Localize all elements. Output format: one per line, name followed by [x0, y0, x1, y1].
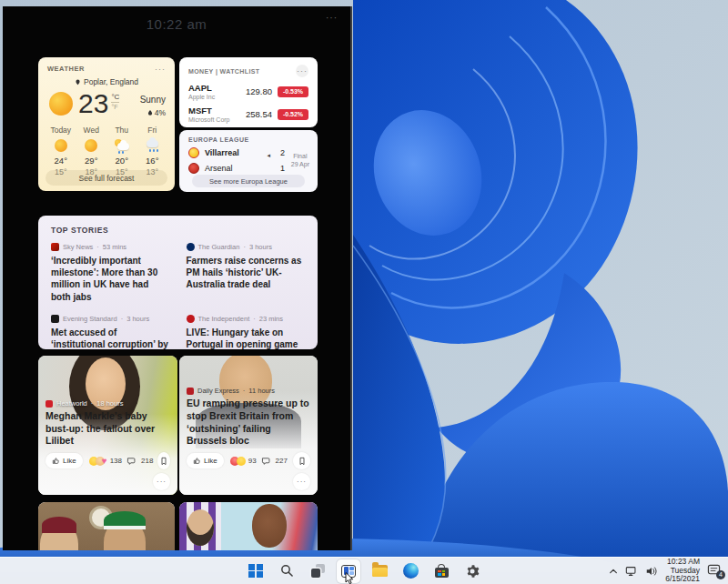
unit-toggle[interactable]: °C °F — [111, 93, 119, 110]
see-full-forecast-button[interactable]: See full forecast — [46, 170, 167, 186]
story-headline[interactable]: Met accused of ‘institutional corruption… — [51, 327, 170, 349]
file-explorer-button[interactable] — [368, 559, 391, 583]
sun-showers-icon — [115, 139, 129, 152]
weather-widget[interactable]: WEATHER ··· Poplar, England 23 °C °F Sun… — [38, 57, 175, 191]
start-button[interactable] — [244, 559, 268, 583]
arsenal-crest-icon — [188, 163, 199, 174]
story-headline[interactable]: ‘Incredibly important milestone’: More t… — [51, 255, 170, 303]
search-button[interactable] — [275, 559, 298, 583]
forecast-day: Thu — [106, 126, 137, 135]
story-item[interactable]: The Guardian · 3 hours Farmers raise con… — [187, 243, 306, 303]
laugh-emoji-icon — [237, 457, 246, 466]
news-card-eu[interactable]: Daily Express · 11 hours EU ramping pres… — [179, 356, 318, 495]
stock-symbol: MSFT — [188, 106, 230, 116]
news-headline[interactable]: EU ramping pressure up to stop Brexit Br… — [187, 398, 310, 448]
current-temp: 23 — [78, 88, 108, 119]
comment-count: 218 — [141, 457, 153, 465]
save-button[interactable] — [293, 452, 310, 469]
story-headline[interactable]: LIVE: Hungary take on Portugal in openin… — [187, 327, 306, 349]
weather-title: WEATHER — [47, 65, 85, 73]
like-button[interactable]: Like — [46, 453, 83, 468]
widgets-button[interactable] — [337, 559, 360, 583]
reaction-emojis[interactable]: 93 — [230, 457, 257, 466]
network-button[interactable] — [625, 566, 638, 577]
winner-marker-icon: ◂ — [267, 152, 270, 159]
away-team: Arsenal — [205, 164, 233, 173]
money-menu-button[interactable]: ··· — [296, 65, 308, 77]
sunny-icon — [85, 139, 97, 152]
away-score: 1 — [280, 164, 285, 173]
system-tray: 10:23 AM Tuesday 6/15/2021 4 — [609, 558, 723, 584]
story-headline[interactable]: Farmers raise concerns as PM hails ‘hist… — [187, 255, 306, 291]
like-button[interactable]: Like — [187, 453, 224, 468]
unit-fahrenheit[interactable]: °F — [111, 103, 119, 110]
settings-button[interactable] — [460, 559, 484, 583]
precip-label: 4% — [155, 108, 166, 117]
task-view-icon — [311, 564, 325, 578]
ellipsis-icon: ··· — [297, 479, 307, 485]
panel-menu-icon[interactable]: ··· — [326, 13, 338, 23]
unit-celsius[interactable]: °C — [111, 93, 119, 103]
top-stories-title: TOP STORIES — [38, 216, 318, 235]
ellipsis-icon: ··· — [157, 479, 167, 485]
news-source: Heatworld — [56, 399, 87, 408]
notification-center-button[interactable]: 4 — [707, 564, 723, 579]
story-item[interactable]: The Independent · 23 mins LIVE: Hungary … — [187, 315, 306, 349]
news-card-cropped[interactable] — [179, 502, 318, 550]
card-more-button[interactable]: ··· — [293, 473, 310, 490]
news-source: Daily Express — [197, 387, 239, 395]
match-info: Final 29 Apr — [291, 152, 309, 168]
europa-league-widget[interactable]: EUROPA LEAGUE Villarreal 2 Arsenal 1 ◂ F… — [179, 130, 318, 192]
forecast-high: 20° — [106, 156, 137, 166]
ellipsis-icon: ··· — [297, 68, 308, 74]
news-headline[interactable]: Meghan Markle’s baby bust-up: the fallou… — [46, 410, 170, 448]
comment-icon — [261, 457, 270, 466]
stock-row[interactable]: MSFT Microsoft Corp 258.54 -0.52% — [179, 106, 318, 123]
sky-news-logo-icon — [51, 243, 59, 251]
story-time: 53 mins — [103, 243, 126, 251]
money-title: MONEY | WATCHLIST — [188, 68, 260, 75]
news-photo — [38, 502, 175, 550]
stock-name: Microsoft Corp — [188, 116, 230, 123]
store-button[interactable] — [430, 559, 453, 583]
tray-overflow-button[interactable] — [609, 568, 618, 575]
card-more-button[interactable]: ··· — [153, 473, 170, 490]
volume-button[interactable] — [645, 566, 658, 577]
money-widget[interactable]: MONEY | WATCHLIST ··· AAPL Apple Inc 129… — [179, 57, 318, 127]
evening-standard-logo-icon — [51, 315, 59, 323]
story-item[interactable]: Evening Standard · 3 hours Met accused o… — [51, 315, 170, 349]
news-card-meghan[interactable]: Heatworld · 18 hours Meghan Markle’s bab… — [38, 356, 177, 495]
comments-button[interactable]: 227 — [261, 457, 288, 466]
save-button[interactable] — [157, 452, 170, 469]
reaction-count: 138 — [110, 457, 122, 465]
story-item[interactable]: Sky News · 53 mins ‘Incredibly important… — [51, 243, 170, 303]
comment-icon — [126, 457, 136, 466]
mouse-cursor-icon — [345, 572, 354, 584]
stock-row[interactable]: AAPL Apple Inc 129.80 -0.53% — [179, 83, 318, 100]
location-pin-icon — [75, 78, 81, 86]
story-time: 23 mins — [259, 315, 283, 323]
match-status: Final — [291, 152, 309, 160]
weather-location[interactable]: Poplar, England — [38, 77, 175, 86]
forecast-high: 29° — [76, 156, 107, 166]
forecast-high: 16° — [137, 156, 168, 166]
news-card-cropped[interactable] — [38, 502, 175, 550]
sunny-icon — [55, 139, 67, 152]
story-source: The Independent — [198, 315, 250, 323]
thumbs-up-icon — [193, 457, 201, 465]
see-more-europa-button[interactable]: See more Europa League — [192, 175, 305, 187]
chevron-up-icon — [609, 568, 618, 575]
comments-button[interactable]: 218 — [126, 457, 153, 466]
search-icon — [280, 564, 294, 578]
tray-clock[interactable]: 10:23 AM Tuesday 6/15/2021 — [665, 558, 700, 584]
story-source: Evening Standard — [63, 315, 117, 323]
edge-button[interactable] — [399, 559, 422, 583]
panel-clock: 10:22 am — [3, 16, 350, 32]
speaker-icon — [645, 566, 658, 577]
desktop: 10:22 am ··· WEATHER ··· Poplar, England… — [0, 0, 728, 584]
bookmark-icon — [160, 457, 167, 466]
weather-menu-icon[interactable]: ··· — [155, 66, 166, 72]
task-view-button[interactable] — [306, 559, 329, 583]
reaction-emojis[interactable]: ♥ 138 — [89, 457, 122, 466]
news-source-row: Daily Express · 11 hours — [187, 387, 310, 395]
